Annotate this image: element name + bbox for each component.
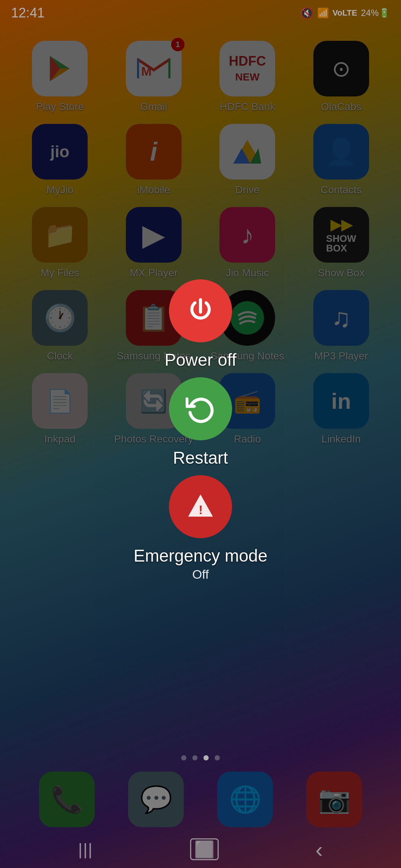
power-menu-overlay: Power off Restart ! Emergency mode Off (0, 0, 401, 868)
power-menu: Power off Restart ! Emergency mode Off (134, 279, 268, 589)
power-off-label: Power off (164, 350, 236, 370)
restart-item[interactable]: Restart (169, 377, 232, 468)
emergency-item[interactable]: ! Emergency mode Off (134, 475, 268, 582)
power-off-button[interactable] (169, 279, 232, 342)
emergency-label: Emergency mode (134, 546, 268, 566)
emergency-sublabel: Off (192, 567, 209, 582)
emergency-button[interactable]: ! (169, 475, 232, 538)
svg-text:!: ! (199, 503, 203, 517)
restart-label: Restart (173, 448, 228, 468)
restart-button[interactable] (169, 377, 232, 440)
power-off-item[interactable]: Power off (164, 279, 236, 370)
